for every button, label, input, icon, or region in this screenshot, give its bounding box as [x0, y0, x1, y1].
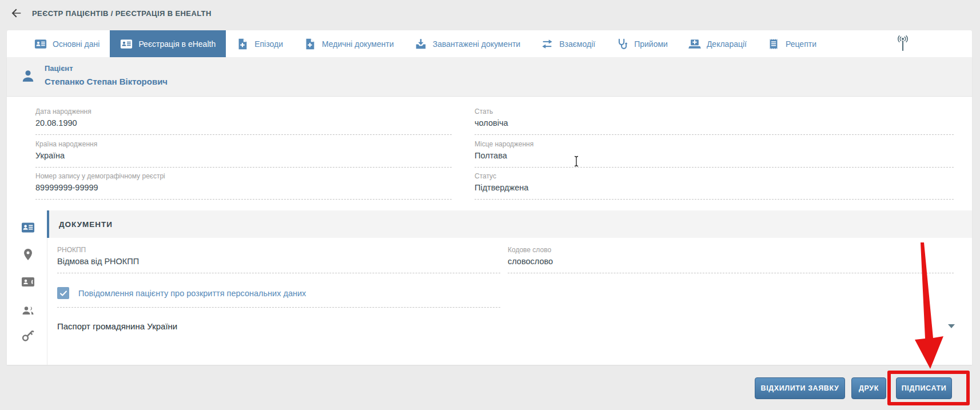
tab-episodes[interactable]: Епізоди [226, 30, 293, 57]
print-button[interactable]: ДРУК [851, 377, 886, 399]
field-status: Статус Підтверджена [475, 172, 954, 200]
field-value: 89999999-99999 [35, 183, 452, 192]
field-label: Кодове слово [508, 246, 954, 254]
chevron-down-icon[interactable] [948, 324, 955, 328]
tab-prescriptions[interactable]: Рецепти [757, 30, 827, 57]
field-label: Номер запису у демографічному реєстрі [35, 172, 452, 180]
tab-label: Реєстрація в eHealth [138, 39, 216, 49]
field-value: 20.08.1990 [35, 118, 452, 128]
main-panel: Пацієнт Степанко Степан Вікторович Дата … [7, 57, 972, 365]
field-value: Відмова від РНОКПП [57, 257, 500, 266]
documents-section-header: ДОКУМЕНТИ [47, 210, 972, 238]
file-plus-icon [236, 38, 249, 50]
rail-item-people[interactable] [21, 303, 35, 318]
document-type-value: Паспорт громадянина України [57, 321, 177, 331]
tab-label: Взаємодії [559, 39, 595, 49]
field-code-word: Кодове слово словослово [508, 246, 954, 273]
field-value: словослово [508, 257, 954, 266]
file-plus-icon [304, 38, 316, 50]
field-value: Україна [35, 151, 452, 160]
rail-item-key[interactable] [21, 329, 35, 344]
field-label: Дата народження [35, 108, 452, 116]
check-icon [59, 289, 68, 298]
tab-label: Прийоми [634, 39, 668, 49]
field-label: Місце народження [475, 140, 954, 148]
key-icon [21, 329, 35, 343]
field-value: Полтава [475, 151, 954, 160]
tab-label: Завантажені документи [433, 39, 520, 49]
field-label: Стать [475, 108, 954, 116]
sign-button[interactable]: ПІДПИСАТИ [896, 377, 952, 399]
documents-section-title: ДОКУМЕНТИ [59, 220, 113, 229]
rail-item-documents[interactable] [21, 220, 35, 235]
map-pin-icon [21, 248, 35, 261]
tab-label: Основні дані [53, 39, 99, 49]
field-value: чоловіча [475, 118, 954, 128]
tab-interactions[interactable]: Взаємодії [531, 30, 605, 57]
document-type-dropdown[interactable]: Паспорт громадянина України [57, 316, 955, 336]
laptop-plus-icon [688, 38, 701, 50]
field-birth-date: Дата народження 20.08.1990 [35, 108, 452, 135]
rail-item-location[interactable] [21, 247, 35, 262]
broadcast-antenna-icon[interactable] [895, 35, 910, 54]
tab-bar: Основні дані Реєстрація в eHealth Епізод… [7, 30, 972, 57]
tab-label: Рецепти [786, 39, 816, 49]
field-demographic-registry-number: Номер запису у демографічному реєстрі 89… [35, 172, 452, 200]
tab-main-data[interactable]: Основні дані [24, 30, 110, 57]
contact-card-icon [21, 275, 35, 289]
download-tray-icon [415, 38, 427, 50]
back-arrow-icon[interactable] [9, 6, 23, 20]
person-icon [21, 69, 35, 86]
tab-label: Епізоди [254, 39, 283, 49]
tab-label: Медичні документи [322, 39, 394, 49]
id-card-icon [34, 38, 47, 50]
tab-appointments[interactable]: Прийоми [605, 30, 678, 57]
tab-label: Декларації [707, 39, 747, 49]
id-card-icon [120, 38, 133, 50]
stethoscope-icon [616, 38, 628, 50]
tab-declarations[interactable]: Декларації [678, 30, 757, 57]
breadcrumb-bar: РЕЄСТР ПАЦІЄНТІВ / РЕЄСТРАЦІЯ В EHEALTH [0, 0, 980, 26]
patient-name: Степанко Степан Вікторович [45, 77, 168, 86]
patient-header: Пацієнт Степанко Степан Вікторович [7, 57, 972, 97]
id-card-icon [21, 221, 35, 234]
tab-medical-documents[interactable]: Медичні документи [293, 30, 404, 57]
field-rnokpp: РНОКПП Відмова від РНОКПП [57, 246, 500, 273]
breadcrumb: РЕЄСТР ПАЦІЄНТІВ / РЕЄСТРАЦІЯ В EHEALTH [32, 9, 212, 18]
disclosure-checkbox[interactable] [57, 287, 69, 299]
people-icon [21, 304, 35, 317]
field-label: Країна народження [35, 140, 452, 148]
field-birth-country: Країна народження Україна [35, 140, 452, 168]
field-gender: Стать чоловіча [475, 108, 954, 135]
patient-role-label: Пацієнт [45, 64, 73, 73]
receipt-icon [767, 38, 780, 50]
disclosure-checkbox-row: Повідомлення пацієнту про розкриття перс… [57, 287, 500, 308]
field-value: Підтверджена [475, 183, 954, 192]
field-label: РНОКПП [57, 246, 500, 254]
tab-uploaded-documents[interactable]: Завантажені документи [404, 30, 531, 57]
disclosure-checkbox-label: Повідомлення пацієнту про розкриття перс… [78, 289, 306, 298]
field-label: Статус [475, 172, 954, 180]
tab-ehealth-registration[interactable]: Реєстрація в eHealth [110, 30, 226, 57]
transfer-arrows-icon [541, 38, 553, 50]
field-birth-place: Місце народження Полтава [475, 140, 954, 168]
rail-item-contact-card[interactable] [21, 274, 35, 289]
reject-application-button[interactable]: ВІДХИЛИТИ ЗАЯВКУ [755, 377, 845, 399]
